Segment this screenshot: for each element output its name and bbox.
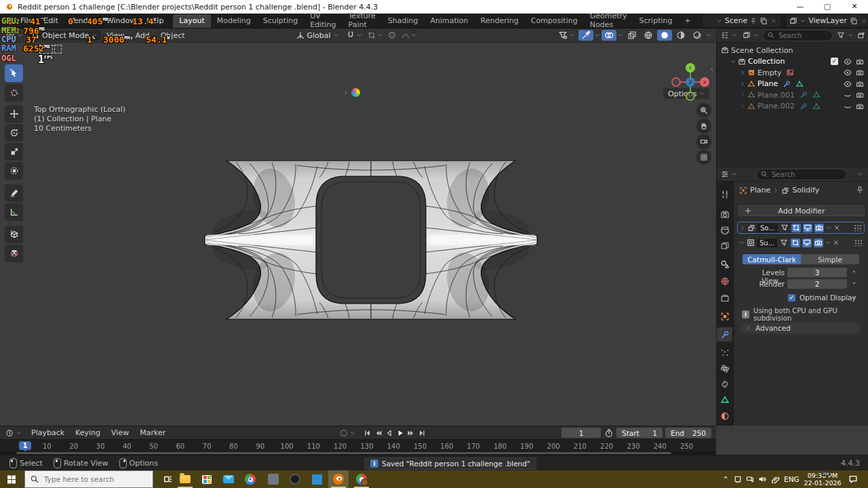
realtime-toggle[interactable] xyxy=(803,224,812,232)
properties-tab-tool[interactable] xyxy=(717,187,732,201)
expander-icon[interactable] xyxy=(740,81,745,87)
properties-tab-modifiers[interactable] xyxy=(717,327,732,342)
outliner-row-plane.002[interactable]: Plane.002 xyxy=(717,101,868,113)
taskbar-app-media-app[interactable] xyxy=(285,470,305,488)
snap-settings-dropdown[interactable] xyxy=(365,30,385,40)
pan-button[interactable] xyxy=(696,119,711,134)
tool-cut-cube[interactable] xyxy=(5,245,23,262)
camera-view-button[interactable] xyxy=(696,134,711,149)
frame-tick[interactable]: 240 xyxy=(654,443,667,450)
drag-handle[interactable] xyxy=(854,239,863,246)
add-modifier-button[interactable]: Add Modifier xyxy=(738,205,865,216)
properties-editor-type-button[interactable] xyxy=(719,170,738,178)
minimize-button[interactable]: — xyxy=(787,0,814,14)
frame-tick[interactable]: 210 xyxy=(574,443,587,450)
frame-tick[interactable]: 140 xyxy=(387,443,400,450)
delete-modifier-icon[interactable] xyxy=(833,224,840,231)
auto-keying-toggle[interactable] xyxy=(339,428,349,438)
frame-tick[interactable]: 190 xyxy=(520,443,533,450)
outliner-editor-type-button[interactable] xyxy=(719,31,738,39)
hide-toggle[interactable] xyxy=(843,102,852,111)
gizmo-x-neg-axis[interactable] xyxy=(672,78,680,86)
delete-modifier-icon[interactable] xyxy=(833,239,840,246)
play-reverse-button[interactable] xyxy=(384,428,395,439)
hide-toggle[interactable] xyxy=(843,90,852,100)
taskbar-app-blender[interactable] xyxy=(328,470,349,488)
expand-icon[interactable] xyxy=(740,225,745,230)
on-cage-toggle[interactable] xyxy=(791,239,800,247)
frame-tick[interactable]: 80 xyxy=(229,443,238,450)
modifier-name-field[interactable]: Su... xyxy=(757,239,777,247)
unlink-scene-icon[interactable] xyxy=(770,18,777,24)
tray-link-icon[interactable] xyxy=(770,474,781,485)
tool-measure[interactable] xyxy=(5,203,23,221)
shading-rendered-button[interactable] xyxy=(690,30,705,41)
menu-help[interactable]: Help xyxy=(141,16,169,25)
visibility-filter-dropdown[interactable] xyxy=(555,30,577,41)
render-toggle[interactable] xyxy=(814,224,824,232)
viewport-menu-add[interactable]: Add xyxy=(130,31,155,40)
object-name[interactable]: Plane xyxy=(757,79,778,88)
tab-scripting[interactable]: Scripting xyxy=(633,14,679,28)
frame-tick[interactable]: 30 xyxy=(96,443,105,450)
frame-tick[interactable]: 100 xyxy=(281,443,294,450)
scene-selector[interactable]: Scene xyxy=(703,15,781,27)
chevron-down-icon[interactable] xyxy=(618,33,623,38)
outliner-search-input[interactable] xyxy=(777,31,828,40)
gizmo-y-neg-axis[interactable] xyxy=(686,92,694,100)
shading-wireframe-button[interactable] xyxy=(641,30,656,41)
tool-transform[interactable] xyxy=(5,162,23,180)
timeline-menu-view[interactable]: View xyxy=(106,428,134,437)
frame-tick[interactable]: 250 xyxy=(680,443,693,450)
menu-window[interactable]: Window xyxy=(101,16,141,25)
region-collapse-arrow[interactable] xyxy=(709,66,715,72)
timeline-editor-type-button[interactable] xyxy=(1,428,26,438)
tab-shading[interactable]: Shading xyxy=(382,14,425,28)
taskbar-app-mail[interactable] xyxy=(218,470,239,488)
edit-mode-display-toggle[interactable] xyxy=(779,239,789,247)
tray-display-icon[interactable] xyxy=(745,474,755,485)
chevron-down-icon[interactable] xyxy=(595,33,600,38)
tool-cursor[interactable] xyxy=(5,84,23,102)
properties-options-icon[interactable] xyxy=(857,171,863,177)
modifier-name-field[interactable]: So... xyxy=(757,224,778,232)
outliner-filter-button[interactable] xyxy=(835,31,854,39)
frame-tick[interactable]: 150 xyxy=(414,443,427,450)
viewport-3d[interactable]: Options Top Orthographic (Local) (1) Col… xyxy=(0,43,715,426)
tool-rotate[interactable] xyxy=(5,124,23,142)
frame-tick[interactable]: 50 xyxy=(149,443,158,450)
tab-compositing[interactable]: Compositing xyxy=(525,14,584,28)
hide-toggle[interactable] xyxy=(843,57,852,66)
outliner-row-empty[interactable]: Empty xyxy=(717,67,868,79)
stopwatch-icon[interactable] xyxy=(604,428,614,438)
simple-button[interactable]: Simple xyxy=(801,254,859,264)
frame-tick[interactable]: 130 xyxy=(360,443,373,450)
outliner-search[interactable] xyxy=(763,30,833,41)
collapse-icon[interactable] xyxy=(739,240,745,245)
timeline-ruler[interactable]: 1102030405060708090100110120130140150160… xyxy=(0,439,716,452)
frame-tick[interactable]: 70 xyxy=(203,443,212,450)
outliner-row-scene-collection[interactable]: Scene Collection xyxy=(717,45,868,56)
modifier-subdivision-header[interactable]: Su... xyxy=(737,237,865,249)
taskbar-search-input[interactable] xyxy=(43,474,147,484)
render-visibility-toggle[interactable] xyxy=(855,102,865,111)
frame-tick[interactable]: 230 xyxy=(627,443,639,450)
extras-menu-icon[interactable] xyxy=(825,240,831,245)
properties-search-input[interactable] xyxy=(770,170,842,179)
levels-viewport-field[interactable]: 3 xyxy=(787,268,847,277)
collection-checkbox[interactable]: ✓ xyxy=(831,58,838,65)
zoom-button[interactable] xyxy=(696,103,711,118)
properties-tab-collection[interactable] xyxy=(717,291,732,305)
hide-toggle[interactable] xyxy=(843,68,852,77)
end-frame-field[interactable]: End250 xyxy=(665,428,711,438)
expander-icon[interactable] xyxy=(740,104,745,109)
frame-tick[interactable]: 90 xyxy=(256,443,264,450)
outliner-row-collection[interactable]: Collection✓ xyxy=(717,56,868,68)
new-collection-icon[interactable] xyxy=(857,31,865,39)
properties-tab-physics[interactable] xyxy=(717,361,732,375)
catmull-clark-button[interactable]: Catmull-Clark xyxy=(743,254,801,264)
proportional-falloff-dropdown[interactable] xyxy=(399,30,419,40)
tab-layout[interactable]: Layout xyxy=(173,14,210,28)
xray-toggle[interactable] xyxy=(625,30,639,41)
viewport-menu-object[interactable]: Object xyxy=(155,31,191,40)
